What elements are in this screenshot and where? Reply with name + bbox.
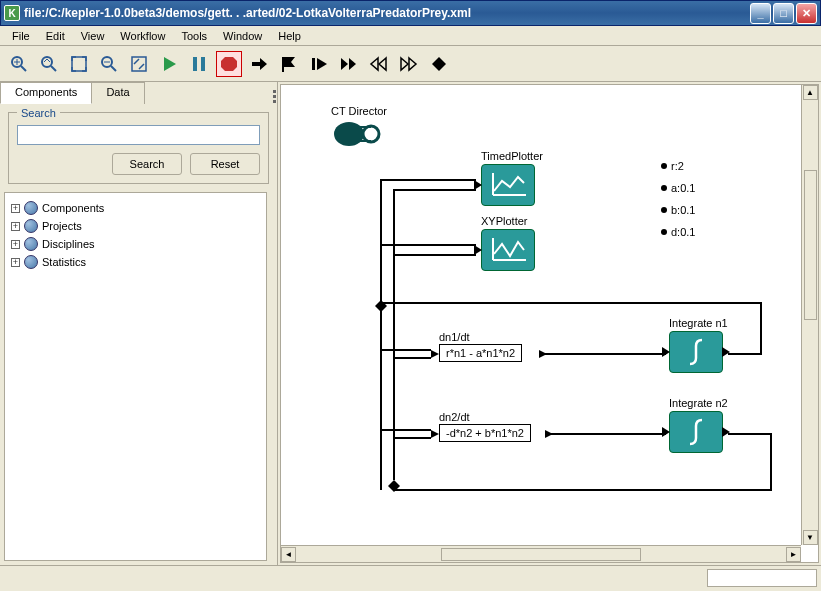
close-button[interactable]: ✕ (796, 3, 817, 24)
param-value: 2 (678, 160, 684, 172)
svg-line-1 (21, 66, 26, 71)
sidebar: Components Data Search Search Reset +Com… (0, 82, 278, 565)
param-b[interactable]: b: 0.1 (661, 204, 695, 216)
param-label: r: (671, 160, 678, 172)
play-icon[interactable] (156, 51, 182, 77)
svg-marker-34 (545, 430, 553, 438)
search-input[interactable] (17, 125, 260, 145)
tree-label: Disciplines (42, 238, 95, 250)
fullscreen-icon[interactable] (126, 51, 152, 77)
svg-marker-20 (341, 58, 348, 70)
svg-marker-32 (431, 430, 439, 438)
svg-point-28 (363, 126, 379, 142)
tab-components[interactable]: Components (0, 82, 92, 104)
minimize-button[interactable]: _ (750, 3, 771, 24)
expr-label: dn2/dt (439, 411, 531, 423)
svg-marker-29 (375, 300, 387, 312)
zoom-fit-icon[interactable] (66, 51, 92, 77)
expr-label: dn1/dt (439, 331, 522, 343)
param-d[interactable]: d: 0.1 (661, 226, 695, 238)
scroll-right-icon[interactable]: ► (786, 547, 801, 562)
svg-line-5 (51, 66, 56, 71)
svg-marker-26 (432, 57, 446, 71)
actor-integrate-n2[interactable]: Integrate n2 (669, 397, 728, 453)
director-label: CT Director (331, 105, 387, 117)
svg-marker-14 (221, 57, 237, 71)
tree-item-disciplines[interactable]: +Disciplines (11, 235, 260, 253)
scroll-left-icon[interactable]: ◄ (281, 547, 296, 562)
tree-item-projects[interactable]: +Projects (11, 217, 260, 235)
actor-integrate-n1[interactable]: Integrate n1 (669, 317, 728, 373)
stop-icon[interactable] (216, 51, 242, 77)
menu-edit[interactable]: Edit (38, 28, 73, 44)
actor-dn1-expression[interactable]: dn1/dt r*n1 - a*n1*n2 (439, 331, 522, 362)
zoom-in-icon[interactable] (6, 51, 32, 77)
svg-marker-21 (349, 58, 356, 70)
app-icon: K (4, 5, 20, 21)
actor-dn2-expression[interactable]: dn2/dt -d*n2 + b*n1*n2 (439, 411, 531, 442)
horizontal-scrollbar[interactable]: ◄ ► (281, 545, 801, 562)
zoom-reset-icon[interactable] (36, 51, 62, 77)
param-r[interactable]: r: 2 (661, 160, 684, 172)
svg-rect-6 (72, 57, 86, 71)
step-icon[interactable] (306, 51, 332, 77)
folder-icon (24, 255, 38, 269)
fast-forward-icon[interactable] (336, 51, 362, 77)
scroll-thumb[interactable] (441, 548, 641, 561)
svg-marker-19 (317, 58, 327, 70)
menu-bar: File Edit View Workflow Tools Window Hel… (0, 26, 821, 46)
flag-icon[interactable] (276, 51, 302, 77)
search-panel: Search Search Reset (8, 112, 269, 184)
svg-marker-33 (539, 350, 547, 358)
svg-rect-12 (193, 57, 197, 71)
menu-workflow[interactable]: Workflow (112, 28, 173, 44)
folder-icon (24, 237, 38, 251)
maximize-button[interactable]: □ (773, 3, 794, 24)
svg-line-8 (111, 66, 116, 71)
param-value: 0.1 (680, 182, 695, 194)
param-a[interactable]: a: 0.1 (661, 182, 695, 194)
expr-value: r*n1 - a*n1*n2 (446, 347, 515, 359)
actor-xy-plotter[interactable]: XYPlotter (481, 215, 535, 271)
workflow-canvas[interactable]: CT Director r: 2 a: 0.1 b: 0.1 d: 0.1 (280, 84, 819, 563)
tree-label: Statistics (42, 256, 86, 268)
status-field (707, 569, 817, 587)
pause-icon[interactable] (186, 51, 212, 77)
skip-forward-icon[interactable] (396, 51, 422, 77)
tree-item-statistics[interactable]: +Statistics (11, 253, 260, 271)
skip-back-icon[interactable] (366, 51, 392, 77)
arrow-right-icon[interactable] (246, 51, 272, 77)
diamond-icon[interactable] (426, 51, 452, 77)
search-button[interactable]: Search (112, 153, 182, 175)
scroll-thumb[interactable] (804, 170, 817, 320)
actor-label: XYPlotter (481, 215, 535, 227)
expr-value: -d*n2 + b*n1*n2 (446, 427, 524, 439)
status-bar (0, 565, 821, 589)
sidebar-splitter[interactable] (271, 82, 277, 565)
vertical-scrollbar[interactable]: ▲ ▼ (801, 85, 818, 545)
zoom-out-icon[interactable] (96, 51, 122, 77)
tree-label: Projects (42, 220, 82, 232)
menu-file[interactable]: File (4, 28, 38, 44)
menu-tools[interactable]: Tools (173, 28, 215, 44)
reset-button[interactable]: Reset (190, 153, 260, 175)
actor-timed-plotter[interactable]: TimedPlotter (481, 150, 543, 206)
svg-marker-24 (401, 58, 408, 70)
svg-point-27 (334, 122, 364, 146)
param-label: d: (671, 226, 680, 238)
menu-view[interactable]: View (73, 28, 113, 44)
param-label: b: (671, 204, 680, 216)
svg-marker-15 (252, 58, 267, 70)
param-value: 0.1 (680, 226, 695, 238)
svg-marker-25 (409, 58, 416, 70)
param-value: 0.1 (680, 204, 695, 216)
menu-help[interactable]: Help (270, 28, 309, 44)
menu-window[interactable]: Window (215, 28, 270, 44)
director-ct[interactable]: CT Director (331, 105, 387, 151)
tab-data[interactable]: Data (91, 82, 144, 104)
scroll-up-icon[interactable]: ▲ (803, 85, 818, 100)
svg-rect-18 (312, 58, 315, 70)
scroll-down-icon[interactable]: ▼ (803, 530, 818, 545)
component-tree[interactable]: +Components +Projects +Disciplines +Stat… (4, 192, 267, 561)
tree-item-components[interactable]: +Components (11, 199, 260, 217)
